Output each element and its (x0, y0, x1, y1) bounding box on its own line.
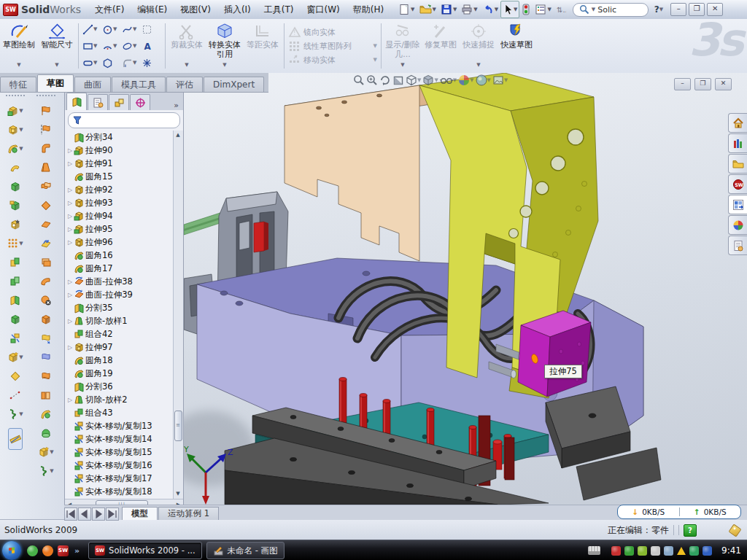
tree-item[interactable]: ▷拉伸90 (66, 144, 183, 157)
tree-item[interactable]: 实体-移动/复制14 (66, 432, 183, 446)
tree-item[interactable]: ▷拉伸95 (66, 222, 183, 236)
dimxpertmanager-tab[interactable] (130, 94, 150, 110)
taskbar-task[interactable]: 未命名 - 画图 (206, 542, 285, 559)
tree-item[interactable]: 圆角15 (66, 170, 183, 183)
zoom-area-icon[interactable] (366, 74, 378, 86)
tree-item[interactable]: ▷拉伸97 (66, 341, 183, 354)
split-icon[interactable] (9, 291, 21, 310)
tree-item[interactable]: ▷切除-放样1 (66, 314, 183, 327)
smart-dimension-button[interactable]: 智能尺寸▼ (38, 19, 76, 73)
revolved-surface-icon[interactable] (40, 120, 52, 139)
design-library-tab[interactable] (728, 133, 747, 153)
circle-button[interactable]: ▼ (102, 21, 122, 38)
nav-last-button[interactable] (106, 508, 119, 521)
tree-filter-input[interactable] (68, 112, 180, 128)
tree-item[interactable]: 分割35 (66, 301, 183, 314)
filled-surface-icon[interactable] (40, 405, 52, 424)
quicklaunch-browser-icon[interactable] (42, 545, 53, 556)
tab-运动算例 1[interactable]: 运动算例 1 (158, 507, 219, 520)
tray-security-icon[interactable] (689, 546, 699, 556)
linear-pattern-icon[interactable]: ▼ (7, 234, 23, 253)
sketch-text-button[interactable]: A (142, 38, 161, 55)
delete-body-icon[interactable] (9, 310, 21, 329)
menu-W[interactable]: 窗口(W) (300, 4, 346, 15)
overflow-button[interactable]: ⇅.. (554, 1, 568, 18)
tree-item[interactable]: ▷切除-放样2 (66, 393, 183, 406)
open-button[interactable]: ▼ (417, 1, 438, 18)
select-button[interactable]: ▼ (500, 1, 519, 18)
tree-item[interactable]: ▷曲面-拉伸39 (66, 288, 183, 301)
undo-button[interactable]: ▼ (480, 1, 500, 18)
tray-volume-icon[interactable] (651, 546, 660, 556)
extruded-cut-icon[interactable] (9, 177, 21, 196)
knit-surface-icon[interactable] (40, 386, 52, 405)
thicken-icon[interactable] (40, 253, 52, 272)
start-button[interactable] (2, 541, 21, 560)
tree-vertical-scrollbar[interactable]: ▲ ≡ ▼ (173, 131, 183, 499)
menu-F[interactable]: 文件(F) (88, 4, 131, 15)
swept-boss-icon[interactable] (9, 158, 21, 177)
measure-icon[interactable] (8, 428, 23, 450)
tray-sync-icon[interactable] (703, 546, 712, 556)
quick-tips-button[interactable]: ? (684, 524, 697, 537)
display-style-icon[interactable]: ▼ (422, 74, 438, 86)
custom-properties-tab[interactable] (728, 236, 747, 255)
tree-item[interactable]: 圆角16 (66, 249, 183, 262)
tree-item[interactable]: ▷拉伸94 (66, 209, 183, 222)
tree-item[interactable]: ▷拉伸92 (66, 183, 183, 196)
boundary-surface-icon[interactable] (40, 177, 52, 196)
nav-first-button[interactable] (64, 508, 77, 521)
slot-button[interactable]: ▼ (82, 55, 102, 71)
menu-T[interactable]: 工具(T) (258, 4, 301, 15)
manager-tabs-more-icon[interactable]: » (174, 101, 179, 110)
hole-wizard-icon[interactable] (9, 215, 21, 234)
insert-part-icon[interactable]: ▼ (38, 443, 53, 462)
swept-surface-icon[interactable] (40, 139, 52, 158)
planar-surface-icon[interactable] (40, 215, 52, 234)
new-document-button[interactable]: ▼ (396, 1, 417, 18)
tree-item[interactable]: 圆角19 (66, 367, 183, 380)
taskbar-clock[interactable]: 9:41 (721, 545, 741, 556)
search-input[interactable]: ▼ Solic (573, 3, 649, 17)
solidworks-resources-tab[interactable] (728, 113, 747, 133)
tree-item[interactable]: 组合43 (66, 406, 183, 419)
chevron-down-icon[interactable]: ▼ (592, 7, 595, 12)
sketch-button[interactable]: 草图绘制▼ (0, 19, 38, 73)
options-button[interactable]: ▼ (533, 1, 553, 18)
file-explorer-tab[interactable] (728, 154, 747, 174)
help-button[interactable]: ? (654, 4, 659, 15)
polygon-button[interactable] (102, 55, 122, 71)
intersect-icon[interactable] (9, 272, 21, 291)
configurationmanager-tab[interactable] (109, 94, 129, 110)
rebuild-button[interactable] (519, 1, 533, 18)
tree-item[interactable]: 实体-移动/复制16 (66, 459, 183, 472)
tray-firewall-icon[interactable] (624, 546, 634, 556)
solidworks-content-tab[interactable]: SW (728, 174, 747, 194)
lofted-surface-icon[interactable] (40, 158, 52, 177)
tree-item[interactable]: ▷拉伸91 (66, 157, 183, 170)
propertymanager-tab[interactable] (88, 94, 108, 110)
section-view-icon[interactable] (392, 74, 404, 86)
tab-DimXpert[interactable]: DimXpert (204, 77, 264, 92)
zoom-fit-icon[interactable] (353, 74, 365, 86)
helix-icon[interactable]: ▼ (38, 462, 53, 481)
tree-item[interactable]: 圆角18 (66, 354, 183, 367)
scrollbar-thumb[interactable]: ≡ (174, 411, 182, 441)
minimize-button[interactable]: – (670, 3, 686, 16)
tree-item[interactable]: ▷曲面-拉伸38 (66, 275, 183, 288)
scroll-down-icon[interactable]: ▼ (174, 489, 182, 499)
sketch-picture-button[interactable] (142, 21, 161, 38)
save-button[interactable]: ▼ (438, 1, 459, 18)
fillet-icon[interactable]: ▼ (7, 139, 23, 158)
view-palette-tab[interactable] (728, 195, 747, 214)
nav-next-button[interactable] (92, 508, 105, 521)
graphics-viewport[interactable]: Y Z X ▼▼▼▼▼▼ –❐✕ 拉伸75 (184, 73, 747, 505)
edit-appearance-icon[interactable]: ▼ (458, 74, 473, 86)
extend-surface-icon[interactable] (40, 348, 52, 367)
replace-face-icon[interactable] (40, 310, 52, 329)
extruded-surface-icon[interactable] (40, 101, 52, 120)
insert-part-icon[interactable]: ▼ (7, 348, 23, 367)
tree-item[interactable]: 实体-移动/复制18 (66, 485, 183, 498)
tree-item[interactable]: 实体-移动/复制15 (66, 446, 183, 459)
curve-icon[interactable] (9, 386, 21, 405)
